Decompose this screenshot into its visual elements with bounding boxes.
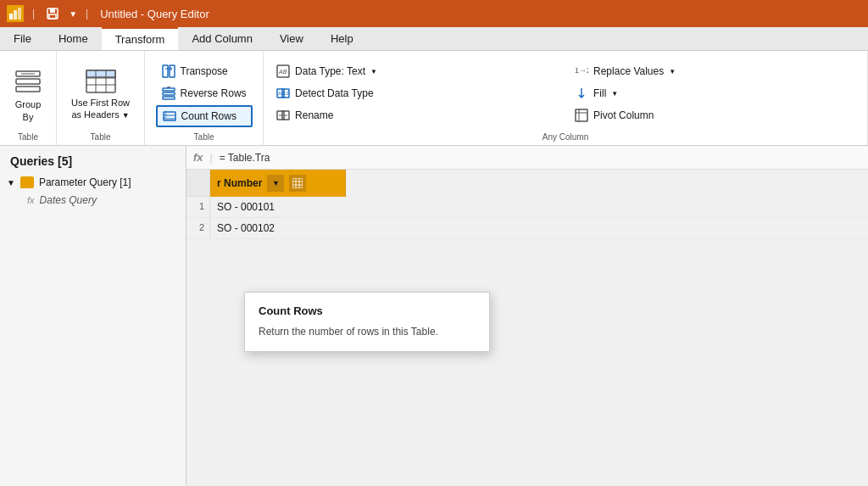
formula-bar: fx | = Table.Tra bbox=[186, 146, 868, 170]
detect-data-type-button[interactable]: AB 12 Detect Data Type bbox=[270, 83, 562, 103]
svg-rect-5 bbox=[49, 14, 56, 19]
svg-rect-1 bbox=[14, 10, 17, 20]
data-type-dropdown[interactable]: ▼ bbox=[370, 68, 377, 75]
rename-button[interactable]: Rename bbox=[270, 105, 562, 126]
pivot-column-icon bbox=[575, 109, 588, 122]
title-bar: | ▼ | Untitled - Query Editor bbox=[0, 0, 868, 27]
ribbon-group-table: Group By Table bbox=[0, 51, 57, 145]
replace-values-icon: 1→2 bbox=[575, 64, 588, 78]
svg-text:2: 2 bbox=[164, 114, 167, 119]
folder-icon bbox=[20, 176, 34, 188]
table-row: 1 SO - 000101 bbox=[186, 197, 868, 218]
count-rows-label: Count Rows bbox=[181, 110, 236, 122]
reverse-rows-label: Reverse Rows bbox=[181, 87, 247, 99]
replace-values-button[interactable]: 1→2 Replace Values ▼ bbox=[569, 61, 860, 81]
tooltip-title: Count Rows bbox=[259, 304, 476, 317]
pivot-column-label: Pivot Column bbox=[593, 109, 654, 121]
column-header-order-number: r Number ▼ bbox=[210, 170, 346, 197]
svg-rect-4 bbox=[50, 8, 55, 13]
folder-expand-icon: ▼ bbox=[7, 178, 15, 187]
save-button[interactable] bbox=[43, 4, 62, 23]
use-first-row-label: Use First Rowas Headers ▼ bbox=[71, 97, 130, 121]
count-rows-icon: 1 2 bbox=[163, 109, 176, 123]
window-title: Untitled - Query Editor bbox=[100, 8, 209, 20]
row-number-1: 1 bbox=[186, 197, 210, 217]
tooltip-body: Return the number of rows in this Table. bbox=[259, 324, 476, 339]
fill-button[interactable]: Fill ▼ bbox=[569, 83, 860, 103]
reverse-rows-button[interactable]: Reverse Rows bbox=[156, 83, 253, 103]
svg-rect-20 bbox=[163, 97, 175, 99]
detect-data-type-label: Detect Data Type bbox=[295, 87, 374, 99]
svg-text:1→2: 1→2 bbox=[575, 66, 588, 75]
data-type-button[interactable]: AB Data Type: Text ▼ bbox=[270, 61, 562, 81]
folder-label: Parameter Query [1] bbox=[39, 176, 131, 188]
data-type-icon: AB bbox=[276, 64, 290, 78]
reverse-rows-icon bbox=[162, 87, 175, 100]
transpose-label: Transpose bbox=[181, 65, 228, 77]
transpose-button[interactable]: Transpose bbox=[156, 61, 253, 81]
svg-rect-11 bbox=[86, 70, 115, 77]
table-group-label2: Table bbox=[57, 132, 144, 142]
query-item-dates[interactable]: fx Dates Query bbox=[0, 192, 186, 209]
svg-rect-8 bbox=[16, 87, 40, 92]
query-folder-parameter[interactable]: ▼ Parameter Query [1] bbox=[0, 173, 186, 192]
detect-data-type-icon: AB 12 bbox=[276, 87, 290, 100]
app-icon bbox=[7, 5, 24, 22]
tab-transform[interactable]: Transform bbox=[102, 27, 179, 50]
fill-dropdown[interactable]: ▼ bbox=[611, 90, 618, 98]
table-group-label3: Table bbox=[145, 132, 263, 142]
title-divider-1: | bbox=[32, 8, 35, 20]
rename-icon bbox=[276, 109, 290, 122]
tab-help[interactable]: Help bbox=[317, 27, 367, 50]
ribbon-group-any-column: AB Data Type: Text ▼ AB 12 bbox=[264, 51, 868, 145]
formula-separator: | bbox=[210, 152, 213, 164]
formula-content: = Table.Tra bbox=[220, 152, 270, 164]
replace-values-label: Replace Values bbox=[593, 65, 664, 77]
formula-fx-label: fx bbox=[193, 151, 203, 164]
queries-panel: Queries [5] ▼ Parameter Query [1] fx Dat… bbox=[0, 146, 186, 486]
any-column-group-label: Any Column bbox=[264, 132, 867, 142]
svg-rect-16 bbox=[163, 65, 168, 77]
count-rows-tooltip: Count Rows Return the number of rows in … bbox=[244, 292, 490, 352]
fill-icon bbox=[575, 87, 588, 100]
quick-access-dropdown[interactable]: ▼ bbox=[69, 9, 77, 19]
svg-rect-37 bbox=[576, 109, 587, 121]
query-item-label: Dates Query bbox=[40, 194, 97, 206]
count-rows-button[interactable]: 1 2 Count Rows bbox=[156, 105, 253, 127]
svg-text:AB: AB bbox=[278, 69, 287, 75]
rename-label: Rename bbox=[295, 109, 333, 121]
row-cell-1: SO - 000101 bbox=[210, 197, 868, 217]
svg-rect-0 bbox=[9, 14, 13, 20]
svg-rect-40 bbox=[292, 178, 303, 188]
svg-rect-18 bbox=[163, 88, 175, 91]
ribbon: Group By Table Use First Rowas Headers ▼… bbox=[0, 51, 868, 146]
table-group-label: Table bbox=[0, 132, 56, 142]
svg-rect-7 bbox=[16, 79, 40, 84]
group-by-button[interactable]: Group By bbox=[7, 62, 49, 130]
svg-rect-17 bbox=[170, 65, 175, 77]
fx-icon: fx bbox=[27, 195, 35, 205]
queries-header: Queries [5] bbox=[0, 146, 186, 173]
svg-rect-19 bbox=[163, 92, 175, 95]
menu-bar: File Home Transform Add Column View Help bbox=[0, 27, 868, 51]
svg-text:12: 12 bbox=[283, 91, 289, 96]
use-first-row-button[interactable]: Use First Rowas Headers ▼ bbox=[64, 62, 137, 130]
tab-add-column[interactable]: Add Column bbox=[178, 27, 266, 50]
transpose-icon bbox=[162, 64, 175, 78]
tab-file[interactable]: File bbox=[0, 27, 45, 50]
pivot-column-button[interactable]: Pivot Column bbox=[569, 105, 860, 126]
ribbon-use-first-row: Use First Rowas Headers ▼ Table bbox=[57, 51, 145, 145]
group-by-label: Group By bbox=[15, 98, 42, 123]
tab-view[interactable]: View bbox=[266, 27, 317, 50]
col-header-label: r Number bbox=[217, 177, 262, 189]
title-divider-2: | bbox=[86, 8, 88, 20]
fill-label: Fill bbox=[593, 87, 606, 99]
table-header: r Number ▼ bbox=[186, 170, 868, 197]
row-cell-2: SO - 000102 bbox=[210, 218, 868, 238]
column-dropdown-button[interactable]: ▼ bbox=[267, 175, 284, 192]
table-row: 2 SO - 000102 bbox=[186, 218, 868, 239]
tab-home[interactable]: Home bbox=[45, 27, 102, 50]
data-type-label: Data Type: Text bbox=[295, 65, 365, 77]
svg-rect-2 bbox=[18, 8, 21, 20]
replace-values-dropdown[interactable]: ▼ bbox=[669, 68, 676, 75]
